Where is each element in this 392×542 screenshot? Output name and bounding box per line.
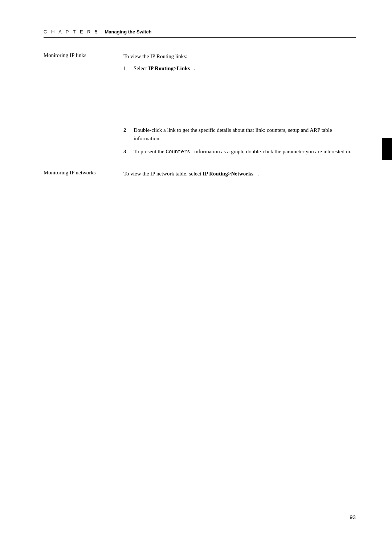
step-3-number: 3 — [123, 147, 134, 156]
section-content-monitoring-ip-networks: To view the IP network table, select IP … — [123, 170, 356, 178]
step-3-counters: Counters — [166, 149, 190, 155]
networks-period: . — [253, 171, 259, 177]
step-3-row: 3 To present the Counters information as… — [123, 147, 356, 156]
networks-text-before: To view the IP network table, select — [123, 171, 203, 177]
monitoring-ip-links-label: Monitoring IP links — [44, 52, 86, 58]
page-number: 93 — [350, 514, 356, 520]
step-2-body: Double-click a link to get the specific … — [134, 126, 356, 142]
section-label-monitoring-ip-networks: Monitoring IP networks — [44, 170, 123, 178]
image-spacer — [44, 82, 356, 126]
chapter-label: C H A P T E R 5 — [44, 29, 99, 35]
step-1-number: 1 — [123, 64, 134, 73]
content-area: Monitoring IP links To view the IP Routi… — [44, 52, 356, 183]
monitoring-ip-networks-section: Monitoring IP networks To view the IP ne… — [44, 170, 356, 178]
step-1-text-normal: Select — [134, 65, 148, 71]
intro-text: To view the IP Routing links: — [123, 53, 187, 59]
steps-2-3-content: 2 Double-click a link to get the specifi… — [123, 126, 356, 161]
step-3-text-before: To present the — [134, 149, 166, 154]
chapter-tab — [382, 138, 392, 160]
step-2-row: 2 Double-click a link to get the specifi… — [123, 126, 356, 142]
step-1-body: Select IP Routing>Links . — [134, 64, 356, 73]
monitoring-ip-networks-label: Monitoring IP networks — [44, 170, 96, 175]
step-3-text-after: information as a graph, double-click the… — [190, 149, 351, 154]
step-1-text-bold: IP Routing>Links — [148, 65, 190, 71]
monitoring-ip-links-section: Monitoring IP links To view the IP Routi… — [44, 52, 356, 77]
step-2-text: Double-click a link to get the specific … — [134, 127, 332, 141]
steps-2-3-left — [44, 126, 123, 161]
networks-text-bold: IP Routing>Networks — [203, 171, 253, 177]
chapter-header: C H A P T E R 5 Managing the Switch — [44, 29, 356, 38]
intro-line: To view the IP Routing links: — [123, 52, 356, 61]
section-label-monitoring-ip-links: Monitoring IP links — [44, 52, 123, 77]
steps-2-3-section: 2 Double-click a link to get the specifi… — [44, 126, 356, 161]
page: C H A P T E R 5 Managing the Switch Moni… — [0, 0, 392, 542]
chapter-title: Managing the Switch — [105, 29, 152, 35]
section-content-monitoring-ip-links: To view the IP Routing links: 1 Select I… — [123, 52, 356, 77]
step-1-period: . — [190, 65, 195, 71]
step-3-body: To present the Counters information as a… — [134, 147, 356, 156]
step-2-number: 2 — [123, 126, 134, 142]
step-1-row: 1 Select IP Routing>Links . — [123, 64, 356, 73]
